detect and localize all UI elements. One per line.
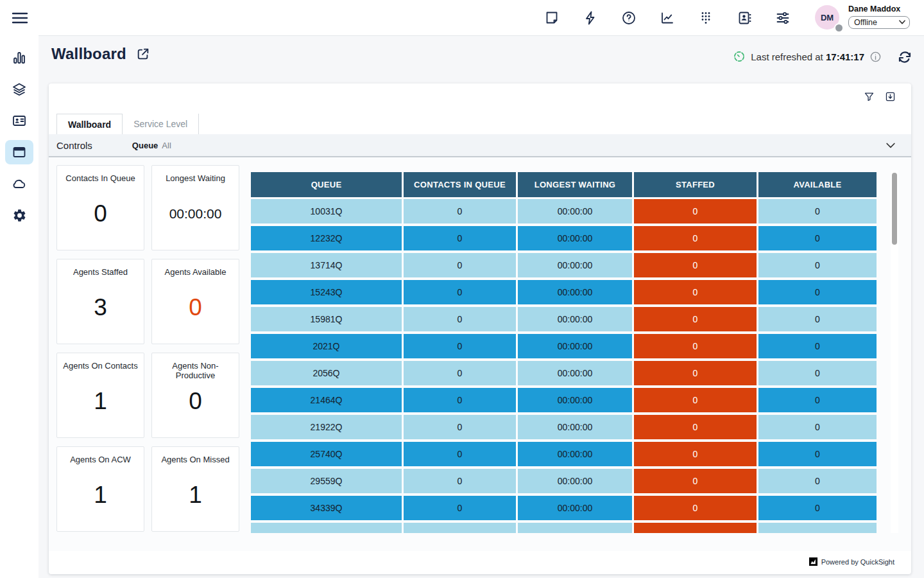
table-row: 25740Q000:00:0000 [251, 442, 877, 466]
metric-cell: 0 [634, 334, 757, 358]
metric-cell: 00:00:00 [518, 442, 632, 466]
page-title: Wallboard [51, 45, 126, 63]
dialpad-icon[interactable] [698, 10, 714, 26]
queue-name-cell: 29559Q [251, 469, 402, 493]
metric-cell: 00:00:00 [518, 496, 632, 520]
table-row: 15243Q000:00:0000 [251, 280, 877, 304]
table-row: 29559Q000:00:0000 [251, 469, 877, 493]
metric-cell: 0 [634, 388, 757, 412]
download-icon [885, 91, 896, 102]
column-header[interactable]: STAFFED [634, 172, 757, 197]
main-content: Wallboard Last refreshed at 17:41:17 [38, 36, 924, 578]
scrollbar-thumb[interactable] [892, 173, 897, 245]
metric-cell: 0 [758, 361, 877, 385]
export-button[interactable] [885, 91, 896, 102]
metric-cell: 0 [404, 199, 516, 223]
metric-cell: 00:00:00 [518, 307, 632, 331]
metric-cell: 0 [634, 280, 757, 304]
kpi-value: 0 [152, 294, 239, 321]
metric-cell: 00:00:00 [518, 361, 632, 385]
top-bar: DM Dane Maddox Offline [0, 0, 924, 36]
queue-name-cell: 12232Q [251, 226, 402, 250]
presence-dot [834, 23, 844, 33]
external-link-icon [136, 47, 150, 61]
kpi-card: Agents On ACW1 [56, 446, 144, 532]
contacts-icon[interactable] [737, 10, 752, 26]
metrics-icon[interactable] [660, 10, 675, 26]
queue-name-cell [251, 523, 402, 533]
refresh-button[interactable] [897, 49, 912, 65]
tab-wallboard[interactable]: Wallboard [56, 114, 123, 134]
queue-filter-value[interactable]: All [162, 141, 171, 150]
kpi-card: Agents Non-Productive0 [151, 353, 239, 438]
metric-cell [634, 523, 757, 533]
metric-cell: 0 [634, 199, 757, 223]
table-row: 10031Q000:00:0000 [251, 199, 877, 223]
table-row: 21464Q000:00:0000 [251, 388, 877, 412]
queue-name-cell: 34339Q [251, 496, 402, 520]
metric-cell: 0 [404, 280, 516, 304]
dashboard-area: Contacts In Queue0Longest Waiting00:00:0… [49, 157, 911, 551]
sidebar-item-cloud[interactable] [5, 171, 33, 196]
kpi-card: Longest Waiting00:00:00 [151, 165, 239, 250]
metric-cell: 0 [404, 334, 516, 358]
id-card-icon [12, 113, 27, 128]
sliders-icon[interactable] [775, 10, 791, 26]
metric-cell: 0 [404, 496, 516, 520]
sidebar-item-wallboard[interactable] [5, 140, 33, 164]
table-row: 34339Q000:00:0000 [251, 496, 877, 520]
kpi-value: 0 [57, 200, 144, 227]
layers-icon [12, 82, 27, 97]
last-refreshed-text: Last refreshed at 17:41:17 [751, 51, 864, 62]
kpi-value: 3 [57, 294, 144, 321]
tab-service-level[interactable]: Service Level [123, 114, 199, 134]
table-row: 2056Q000:00:0000 [251, 361, 877, 385]
kpi-value: 00:00:00 [152, 206, 239, 222]
controls-collapse-button[interactable] [884, 139, 897, 152]
agent-status-select[interactable]: Offline [848, 16, 910, 29]
kpi-label: Longest Waiting [152, 173, 239, 183]
metric-cell: 00:00:00 [518, 388, 632, 412]
metric-cell: 0 [758, 307, 877, 331]
gear-icon [12, 208, 27, 223]
metric-cell: 0 [404, 469, 516, 493]
metric-cell: 0 [634, 469, 757, 493]
table-header-row: QUEUECONTACTS IN QUEUELONGEST WAITINGSTA… [251, 172, 877, 197]
column-header[interactable]: AVAILABLE [758, 172, 877, 197]
metric-cell: 0 [404, 307, 516, 331]
table-scrollbar[interactable] [891, 170, 898, 533]
kpi-label: Agents On ACW [57, 455, 144, 464]
kpi-value: 1 [57, 388, 144, 415]
metric-cell: 0 [758, 199, 877, 223]
kpi-card: Agents On Contacts1 [56, 353, 144, 438]
bolt-icon[interactable] [583, 10, 598, 26]
metric-cell: 00:00:00 [518, 280, 632, 304]
metric-cell: 00:00:00 [518, 253, 632, 277]
sidebar-item-layers[interactable] [5, 77, 33, 101]
column-header[interactable]: QUEUE [251, 172, 402, 197]
help-icon[interactable] [621, 10, 637, 26]
info-icon[interactable] [869, 51, 882, 63]
sidebar-item-contacts[interactable] [5, 109, 33, 133]
metric-cell: 0 [634, 496, 757, 520]
last-refreshed-time: 17:41:17 [826, 51, 864, 62]
metric-cell: 0 [404, 361, 516, 385]
hamburger-menu-icon[interactable] [10, 10, 30, 26]
column-header[interactable]: LONGEST WAITING [518, 172, 632, 197]
open-external-button[interactable] [136, 47, 150, 61]
sidebar-item-settings[interactable] [5, 203, 33, 227]
table-row: 2021Q000:00:0000 [251, 334, 877, 358]
sidebar-item-analytics[interactable] [5, 46, 33, 70]
metric-cell: 0 [404, 415, 516, 439]
sidebar-nav [0, 36, 38, 578]
metric-cell: 00:00:00 [518, 199, 632, 223]
filter-button[interactable] [864, 91, 875, 102]
kpi-label: Agents Staffed [57, 267, 144, 277]
queue-name-cell: 21922Q [251, 415, 402, 439]
queue-name-cell: 10031Q [251, 199, 402, 223]
note-icon[interactable] [544, 10, 560, 26]
metric-cell: 0 [634, 361, 757, 385]
column-header[interactable]: CONTACTS IN QUEUE [404, 172, 516, 197]
metric-cell: 0 [758, 442, 877, 466]
metric-cell: 00:00:00 [518, 334, 632, 358]
